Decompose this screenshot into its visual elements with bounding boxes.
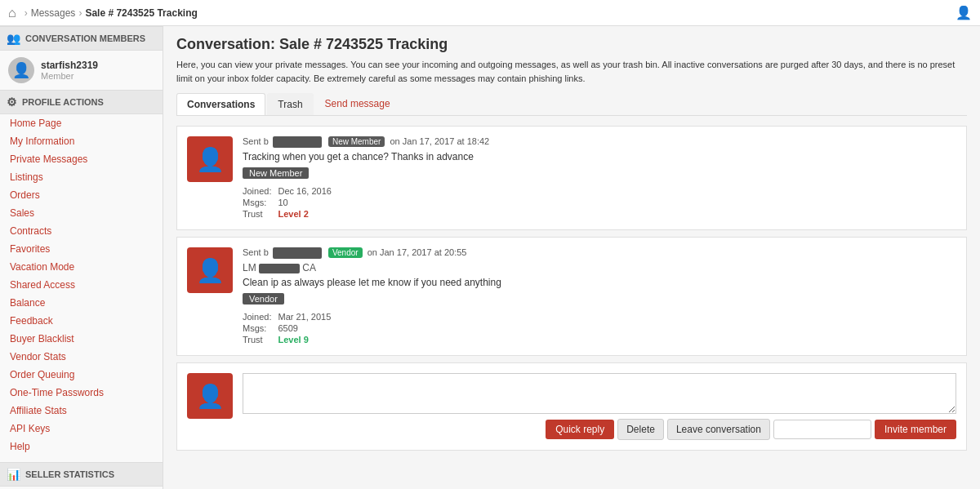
- nav-private-messages[interactable]: Private Messages: [0, 150, 163, 168]
- user-role: Member: [41, 71, 98, 81]
- main-content: Conversation: Sale # 7243525 Tracking He…: [163, 26, 980, 489]
- nav-help[interactable]: Help: [0, 438, 163, 456]
- layout: 👥 CONVERSATION MEMBERS 👤 starfish2319 Me…: [0, 26, 980, 489]
- invite-member-button[interactable]: Invite member: [875, 420, 956, 439]
- nav-contracts[interactable]: Contracts: [0, 222, 163, 240]
- home-icon[interactable]: ⌂: [8, 6, 16, 20]
- nav-affiliate-stats[interactable]: Affiliate Stats: [0, 402, 163, 420]
- stats-icon: 📊: [7, 468, 20, 481]
- nav-listings[interactable]: Listings: [0, 168, 163, 186]
- nav-orders[interactable]: Orders: [0, 186, 163, 204]
- message-2-body: Sent b Vendor on Jan 17, 2017 at 20:55 L…: [243, 247, 956, 345]
- nav-vacation-mode[interactable]: Vacation Mode: [0, 258, 163, 276]
- nav-favorites[interactable]: Favorites: [0, 240, 163, 258]
- top-nav: ⌂ › Messages › Sale # 7243525 Tracking 👤: [0, 0, 980, 26]
- message-1: 👤 Sent b New Member on Jan 17, 2017 at 1…: [176, 126, 967, 230]
- username: starfish2319: [41, 60, 98, 71]
- sender-1-badge: New Member: [328, 136, 385, 147]
- message-1-text: Tracking when you get a chance? Thanks i…: [243, 151, 956, 162]
- nav-balance[interactable]: Balance: [0, 294, 163, 312]
- user-info: 👤 starfish2319 Member: [0, 51, 163, 90]
- message-2-location: LM CA: [243, 262, 956, 273]
- leave-conversation-button[interactable]: Leave conversation: [667, 419, 770, 440]
- tab-bar: Conversations Trash Send message: [176, 93, 967, 116]
- message-1-body: Sent b New Member on Jan 17, 2017 at 18:…: [243, 136, 956, 220]
- tab-conversations[interactable]: Conversations: [176, 93, 265, 115]
- nav-home-page[interactable]: Home Page: [0, 114, 163, 132]
- location-redacted: [259, 264, 300, 273]
- breadcrumb-messages[interactable]: Messages: [31, 7, 76, 19]
- reply-body: Quick reply Delete Leave conversation In…: [243, 373, 956, 440]
- nav-shared-access[interactable]: Shared Access: [0, 276, 163, 294]
- profile-icon: ⚙: [7, 96, 17, 109]
- message-1-meta: Joined:Dec 16, 2016 Msgs:10 TrustLevel 2: [243, 185, 956, 220]
- message-2-username: Vendor: [243, 293, 284, 305]
- reply-textarea[interactable]: [243, 373, 956, 414]
- page-title: Conversation: Sale # 7243525 Tracking: [176, 36, 967, 53]
- reply-block: 👤 Quick reply Delete Leave conversation …: [176, 362, 967, 451]
- conversation-members-header: 👥 CONVERSATION MEMBERS: [0, 26, 163, 51]
- profile-actions-header: ⚙ PROFILE ACTIONS: [0, 90, 163, 114]
- message-1-header: Sent b New Member on Jan 17, 2017 at 18:…: [243, 136, 956, 148]
- reply-avatar: 👤: [187, 373, 233, 419]
- sender-2-redacted: [273, 247, 322, 259]
- message-2-avatar: 👤: [187, 247, 233, 293]
- sender-1-redacted: [273, 136, 322, 148]
- nav-order-queuing[interactable]: Order Queuing: [0, 366, 163, 384]
- members-icon: 👥: [7, 32, 20, 45]
- message-2-header: Sent b Vendor on Jan 17, 2017 at 20:55: [243, 247, 956, 259]
- account-icon[interactable]: 👤: [956, 5, 972, 20]
- reply-actions: Quick reply Delete Leave conversation In…: [243, 419, 956, 440]
- nav-vendor-stats[interactable]: Vendor Stats: [0, 348, 163, 366]
- delete-button[interactable]: Delete: [617, 419, 664, 440]
- message-2-meta: Joined:Mar 21, 2015 Msgs:6509 TrustLevel…: [243, 311, 956, 345]
- breadcrumb-current: Sale # 7243525 Tracking: [85, 7, 197, 19]
- tab-trash[interactable]: Trash: [267, 93, 313, 115]
- message-1-username: New Member: [243, 167, 309, 179]
- sender-2-badge: Vendor: [328, 247, 363, 258]
- message-2: 👤 Sent b Vendor on Jan 17, 2017 at 20:55…: [176, 237, 967, 356]
- sidebar: 👥 CONVERSATION MEMBERS 👤 starfish2319 Me…: [0, 26, 163, 489]
- nav-buyer-blacklist[interactable]: Buyer Blacklist: [0, 330, 163, 348]
- nav-api-keys[interactable]: API Keys: [0, 420, 163, 438]
- nav-my-information[interactable]: My Information: [0, 132, 163, 150]
- seller-stats-header: 📊 SELLER STATISTICS: [0, 462, 163, 487]
- tab-send-message[interactable]: Send message: [315, 93, 400, 115]
- nav-feedback[interactable]: Feedback: [0, 312, 163, 330]
- avatar: 👤: [8, 57, 34, 83]
- profile-nav: Home Page My Information Private Message…: [0, 114, 163, 456]
- nav-sales[interactable]: Sales: [0, 204, 163, 222]
- page-description: Here, you can view your private messages…: [176, 58, 967, 85]
- quick-reply-button[interactable]: Quick reply: [546, 420, 614, 439]
- message-2-text: Clean ip as always please let me know if…: [243, 277, 956, 288]
- invite-input[interactable]: [773, 420, 871, 439]
- message-1-avatar: 👤: [187, 136, 233, 182]
- nav-one-time-passwords[interactable]: One-Time Passwords: [0, 384, 163, 402]
